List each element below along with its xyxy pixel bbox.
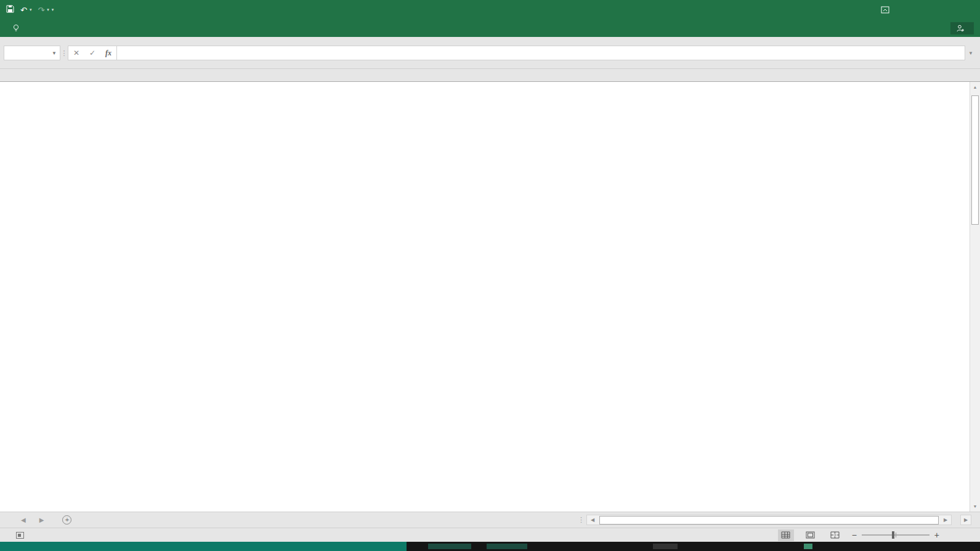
zoom-slider[interactable] [862,534,929,536]
ribbon-tab-strip [0,20,980,37]
scroll-right-icon[interactable]: ▶ [940,517,951,523]
macro-record-icon[interactable] [16,532,24,539]
plus-icon: + [62,515,71,525]
excel-window: ↶▾ ↷▾ ▾ ▼ ⋮ [0,0,980,551]
zoom-in-icon[interactable]: + [934,530,939,540]
zoom-slider-thumb[interactable] [892,531,894,539]
formula-input[interactable] [116,46,965,60]
vertical-scrollbar[interactable]: ▲ ▼ [970,82,980,512]
zoom-control: − + [852,530,939,540]
close-button[interactable] [953,0,980,20]
status-bar: − + [0,528,980,542]
vertical-scrollbar-thumb[interactable] [971,95,979,225]
save-icon[interactable] [6,5,14,15]
name-box-dropdown-icon[interactable]: ▼ [52,50,60,56]
ribbon-display-options-icon[interactable] [872,0,899,20]
normal-view-icon[interactable] [778,529,794,541]
redo-dropdown-icon[interactable]: ▾ [47,7,49,12]
horizontal-scrollbar[interactable]: ◀ ▶ [586,515,952,525]
scroll-down-icon[interactable]: ▼ [970,501,980,512]
name-box[interactable]: ▼ [4,46,60,60]
enter-icon[interactable]: ✓ [84,49,100,57]
scroll-up-icon[interactable]: ▲ [970,82,980,92]
cancel-icon[interactable]: ✕ [68,49,84,57]
tell-me-search[interactable] [5,24,23,33]
undo-dropdown-icon[interactable]: ▾ [30,7,32,12]
quick-access-toolbar: ↶▾ ↷▾ ▾ [0,5,54,15]
insert-function-icon[interactable]: fx [100,49,116,58]
person-plus-icon [957,25,965,32]
scroll-left-icon[interactable]: ◀ [587,517,598,523]
formula-bar-divider: ⋮ [60,46,68,60]
sheet-grid [0,82,970,512]
page-layout-view-icon[interactable] [803,529,819,541]
scrollbar-corner-icon[interactable]: ▶ [960,515,971,525]
minimize-button[interactable] [899,0,926,20]
horizontal-scrollbar-thumb[interactable] [599,516,939,525]
share-button[interactable] [950,22,974,34]
sheet-nav-right-icon[interactable]: ▶ [39,517,44,523]
new-sheet-button[interactable]: + [55,512,79,528]
lightbulb-icon [12,24,20,33]
taskbar-sliver [0,542,980,551]
sheet-nav-left-icon[interactable]: ◀ [21,517,26,523]
formula-bar: ▼ ⋮ ✕ ✓ fx ▼ [0,37,980,69]
page-break-view-icon[interactable] [827,529,843,541]
title-bar: ↶▾ ↷▾ ▾ [0,0,980,20]
sheet-tab-bar: ◀ ▶ + ⋮ ◀ ▶ ▶ [0,512,980,528]
zoom-out-icon[interactable]: − [852,530,857,540]
maximize-button[interactable] [926,0,953,20]
qat-customize-icon[interactable]: ▾ [52,7,54,12]
column-headers [0,69,980,82]
formula-bar-expand-icon[interactable]: ▼ [965,46,976,60]
undo-icon[interactable]: ↶ [20,6,27,15]
redo-icon[interactable]: ↷ [38,6,44,15]
